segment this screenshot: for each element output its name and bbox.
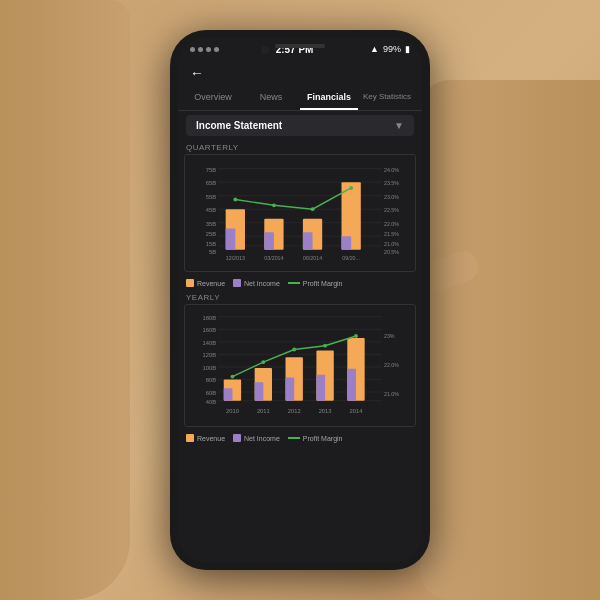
svg-text:03/2014: 03/2014: [264, 255, 283, 261]
net-income-color: [233, 279, 241, 287]
svg-point-68: [231, 375, 235, 379]
svg-point-70: [292, 348, 296, 352]
svg-text:2014: 2014: [350, 408, 364, 414]
svg-rect-65: [286, 378, 295, 401]
svg-point-32: [272, 203, 276, 207]
yearly-net-income-color: [233, 434, 241, 442]
svg-text:09/20...: 09/20...: [342, 255, 360, 261]
svg-point-31: [233, 198, 237, 202]
svg-text:23.0%: 23.0%: [384, 194, 399, 200]
svg-text:2012: 2012: [288, 408, 301, 414]
tab-news[interactable]: News: [242, 86, 300, 110]
svg-text:21.0%: 21.0%: [384, 241, 399, 247]
svg-text:65B: 65B: [206, 180, 216, 186]
tab-financials[interactable]: Financials: [300, 86, 358, 110]
svg-rect-66: [316, 375, 325, 401]
back-button[interactable]: ←: [190, 65, 204, 81]
svg-rect-27: [226, 228, 236, 249]
svg-text:12/2013: 12/2013: [226, 255, 245, 261]
svg-text:06/2014: 06/2014: [303, 255, 322, 261]
quarterly-chart: 75B 65B 55B 45B 35B 25B 15B 5B 24.0% 23.…: [184, 154, 416, 272]
svg-text:22.5%: 22.5%: [384, 207, 399, 213]
svg-text:35B: 35B: [206, 221, 216, 227]
yearly-chart-svg: 180B 160B 140B 120B 100B 80B 60B 40B 23%…: [189, 309, 411, 420]
svg-point-71: [323, 344, 327, 348]
phone-screen: 2:57 PM ▲ 99% ▮ ← Overview: [178, 38, 422, 562]
battery-label: 99%: [383, 44, 401, 54]
svg-text:160B: 160B: [203, 327, 217, 333]
legend-profit-margin: Profit Margin: [288, 279, 343, 287]
phone-container: 2:57 PM ▲ 99% ▮ ← Overview: [0, 0, 600, 600]
yearly-revenue-color: [186, 434, 194, 442]
wifi-icon: ▲: [370, 44, 379, 54]
legend-net-income: Net Income: [233, 279, 280, 287]
legend-revenue: Revenue: [186, 279, 225, 287]
yearly-legend-net-income: Net Income: [233, 434, 280, 442]
svg-text:100B: 100B: [203, 365, 217, 371]
svg-point-34: [349, 186, 353, 190]
svg-rect-28: [264, 232, 274, 249]
svg-text:40B: 40B: [206, 399, 216, 405]
signal-dots: [190, 47, 219, 52]
svg-text:21.5%: 21.5%: [384, 231, 399, 237]
yearly-chart-wrapper: 180B 160B 140B 120B 100B 80B 60B 40B 23%…: [178, 304, 422, 427]
svg-text:75B: 75B: [206, 167, 216, 173]
svg-point-33: [311, 207, 315, 211]
status-right: ▲ 99% ▮: [370, 44, 410, 54]
svg-text:80B: 80B: [206, 378, 216, 384]
income-statement-dropdown[interactable]: Income Statement ▼: [186, 115, 414, 136]
profit-margin-color: [288, 282, 300, 284]
yearly-legend: Revenue Net Income Profit Margin: [178, 431, 422, 445]
yearly-legend-revenue: Revenue: [186, 434, 225, 442]
left-hand: [0, 0, 130, 600]
svg-rect-64: [255, 383, 264, 401]
svg-text:23.5%: 23.5%: [384, 180, 399, 186]
phone-body: 2:57 PM ▲ 99% ▮ ← Overview: [170, 30, 430, 570]
yearly-chart: 180B 160B 140B 120B 100B 80B 60B 40B 23%…: [184, 304, 416, 427]
svg-rect-30: [342, 236, 352, 250]
svg-text:55B: 55B: [206, 194, 216, 200]
revenue-color: [186, 279, 194, 287]
right-hand: [420, 80, 600, 600]
svg-point-72: [354, 334, 358, 338]
status-bar: 2:57 PM ▲ 99% ▮: [178, 38, 422, 60]
svg-text:180B: 180B: [203, 315, 217, 321]
svg-text:21.0%: 21.0%: [384, 391, 399, 397]
svg-text:25B: 25B: [206, 231, 216, 237]
quarterly-chart-wrapper: 75B 65B 55B 45B 35B 25B 15B 5B 24.0% 23.…: [178, 154, 422, 272]
svg-text:120B: 120B: [203, 352, 217, 358]
svg-text:20.5%: 20.5%: [384, 249, 399, 255]
svg-text:45B: 45B: [206, 207, 216, 213]
svg-text:60B: 60B: [206, 390, 216, 396]
svg-text:2011: 2011: [257, 408, 270, 414]
nav-tabs: Overview News Financials Key Statistics: [178, 86, 422, 111]
svg-text:2013: 2013: [319, 408, 332, 414]
quarterly-legend: Revenue Net Income Profit Margin: [178, 276, 422, 290]
back-row: ←: [178, 60, 422, 86]
svg-text:23%: 23%: [384, 333, 395, 339]
svg-text:140B: 140B: [203, 340, 217, 346]
svg-point-69: [261, 360, 265, 364]
svg-text:15B: 15B: [206, 241, 216, 247]
svg-rect-63: [224, 388, 233, 401]
quarterly-label: QUARTERLY: [178, 140, 422, 154]
svg-text:24.0%: 24.0%: [384, 167, 399, 173]
tab-overview[interactable]: Overview: [184, 86, 242, 110]
dropdown-arrow-icon: ▼: [394, 120, 404, 131]
quarterly-chart-svg: 75B 65B 55B 45B 35B 25B 15B 5B 24.0% 23.…: [189, 159, 411, 265]
svg-text:22.0%: 22.0%: [384, 362, 399, 368]
yearly-profit-margin-color: [288, 437, 300, 439]
svg-text:2010: 2010: [226, 408, 239, 414]
yearly-label: YEARLY: [178, 290, 422, 304]
svg-text:22.0%: 22.0%: [384, 221, 399, 227]
battery-icon: ▮: [405, 44, 410, 54]
yearly-legend-profit-margin: Profit Margin: [288, 434, 343, 442]
svg-text:5B: 5B: [209, 249, 216, 255]
tab-key-statistics[interactable]: Key Statistics: [358, 86, 416, 110]
svg-rect-29: [303, 232, 313, 249]
svg-rect-67: [347, 369, 356, 401]
